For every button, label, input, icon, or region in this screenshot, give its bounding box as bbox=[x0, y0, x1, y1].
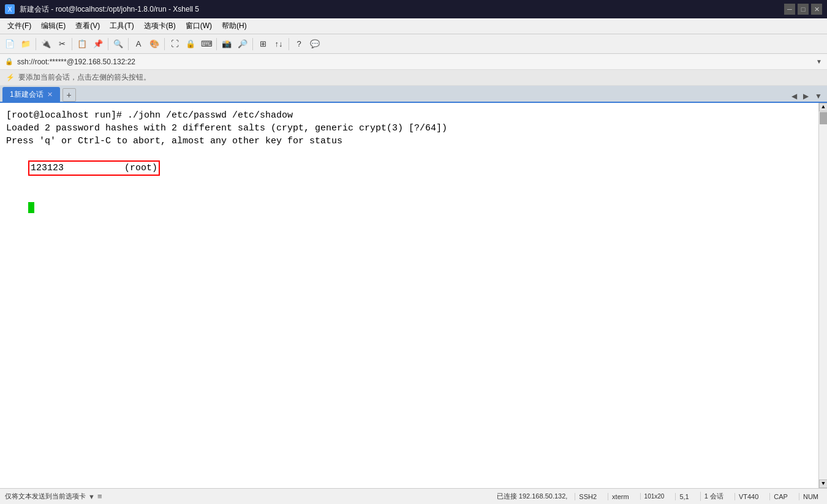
tab-nav-left[interactable]: ◀ bbox=[789, 91, 799, 102]
terminal-line-4: 123123 (root) bbox=[6, 148, 821, 189]
address-dropdown-icon[interactable]: ▼ bbox=[816, 58, 822, 65]
status-bar-right: 已连接 192.168.50.132, SSH2 xterm 101x20 5,… bbox=[497, 492, 822, 501]
terminal-type: xterm bbox=[608, 493, 633, 500]
terminal-cursor bbox=[28, 202, 34, 213]
tab-nav-right[interactable]: ▶ bbox=[801, 91, 811, 102]
session-count: 1 会话 bbox=[700, 492, 727, 501]
highlighted-password-line: 123123 (root) bbox=[28, 160, 160, 176]
toolbar-disconnect[interactable]: ✂ bbox=[55, 37, 69, 51]
toolbar-copy[interactable]: 📋 bbox=[75, 37, 89, 51]
toolbar-paste[interactable]: 📌 bbox=[91, 37, 105, 51]
ssh-version: SSH2 bbox=[575, 493, 600, 500]
terminal-cursor-line bbox=[6, 189, 821, 227]
toolbar-new[interactable]: 📄 bbox=[2, 37, 17, 51]
toolbar-transfer[interactable]: ↑↓ bbox=[271, 37, 286, 51]
terminal-area[interactable]: [root@localhost run]# ./john /etc/passwd… bbox=[0, 103, 827, 488]
menu-help[interactable]: 帮助(H) bbox=[217, 19, 252, 33]
scrollbar-thumb[interactable] bbox=[820, 112, 827, 124]
caps-lock-indicator: CAP bbox=[769, 493, 791, 500]
menu-edit[interactable]: 编辑(E) bbox=[36, 19, 70, 33]
app-icon: X bbox=[5, 4, 15, 14]
toolbar-sep-3 bbox=[108, 38, 108, 50]
menu-file[interactable]: 文件(F) bbox=[2, 19, 36, 33]
title-bar-left: X 新建会话 - root@localhost:/opt/john-1.8.0/… bbox=[5, 4, 199, 15]
tab-close-button[interactable]: ✕ bbox=[47, 91, 53, 99]
menu-view[interactable]: 查看(V) bbox=[70, 19, 105, 33]
toolbar-color[interactable]: 🎨 bbox=[147, 37, 162, 51]
tab-bar: 1新建会话 ✕ + ◀ ▶ ▼ bbox=[0, 86, 827, 103]
menu-bar: 文件(F) 编辑(E) 查看(V) 工具(T) 选项卡(B) 窗口(W) 帮助(… bbox=[0, 18, 827, 34]
toolbar-help[interactable]: ? bbox=[292, 37, 306, 51]
toolbar-sep-5 bbox=[164, 38, 165, 50]
menu-window[interactable]: 窗口(W) bbox=[181, 19, 217, 33]
scrollbar-down-arrow[interactable]: ▼ bbox=[819, 480, 827, 488]
toolbar-sep-4 bbox=[128, 38, 129, 50]
num-lock-indicator: NUM bbox=[799, 493, 822, 500]
minimize-button[interactable]: ─ bbox=[784, 4, 795, 15]
toolbar-lock[interactable]: 🔒 bbox=[183, 37, 198, 51]
toolbar-zoom-in[interactable]: 🔎 bbox=[235, 37, 250, 51]
title-bar: X 新建会话 - root@localhost:/opt/john-1.8.0/… bbox=[0, 0, 827, 18]
toolbar-sep-7 bbox=[252, 38, 253, 50]
toolbar-find[interactable]: 🔍 bbox=[111, 37, 126, 51]
lock-icon: 🔒 bbox=[5, 58, 13, 66]
menu-tools[interactable]: 工具(T) bbox=[105, 19, 138, 33]
tab-navigation: ◀ ▶ ▼ bbox=[789, 91, 825, 102]
status-input-label: 仅将文本发送到当前选项卡 bbox=[5, 492, 86, 501]
toolbar-sep-1 bbox=[36, 38, 36, 50]
close-button[interactable]: ✕ bbox=[811, 4, 822, 15]
menu-tabs[interactable]: 选项卡(B) bbox=[139, 19, 181, 33]
scrollbar-up-arrow[interactable]: ▲ bbox=[819, 103, 827, 111]
toolbar-print-screen[interactable]: 📸 bbox=[219, 37, 234, 51]
keyboard-mode: VT440 bbox=[734, 493, 762, 500]
tab-nav-menu[interactable]: ▼ bbox=[812, 91, 825, 102]
status-bar-menu-button[interactable]: ≡ bbox=[97, 492, 102, 501]
toolbar-comment[interactable]: 💬 bbox=[308, 37, 322, 51]
info-bar-text: 要添加当前会话，点击左侧的箭头按钮。 bbox=[18, 72, 151, 83]
terminal-line-3: Press 'q' or Ctrl-C to abort, almost any… bbox=[6, 135, 821, 148]
toolbar-sep-8 bbox=[289, 38, 289, 50]
address-bar: 🔒 ssh://root:******@192.168.50.132:22 ▼ bbox=[0, 54, 827, 70]
tab-session-1[interactable]: 1新建会话 ✕ bbox=[2, 87, 60, 102]
toolbar-connect[interactable]: 🔌 bbox=[39, 37, 53, 51]
cursor-position: 5,1 bbox=[675, 493, 692, 500]
tab-label: 1新建会话 bbox=[10, 89, 43, 100]
terminal-line-2: Loaded 2 password hashes with 2 differen… bbox=[6, 122, 821, 135]
maximize-button[interactable]: □ bbox=[798, 4, 809, 15]
toolbar-font[interactable]: A bbox=[131, 37, 146, 51]
title-bar-text: 新建会话 - root@localhost:/opt/john-1.8.0/ru… bbox=[20, 4, 199, 15]
info-bar: ⚡ 要添加当前会话，点击左侧的箭头按钮。 bbox=[0, 70, 827, 86]
toolbar-sep-2 bbox=[72, 38, 72, 50]
toolbar-sep-6 bbox=[216, 38, 217, 50]
terminal-dimensions: 101x20 bbox=[640, 493, 668, 500]
title-bar-controls: ─ □ ✕ bbox=[784, 4, 822, 15]
terminal-scrollbar[interactable]: ▲ ▼ bbox=[818, 103, 827, 488]
toolbar-keyboard[interactable]: ⌨ bbox=[199, 37, 214, 51]
toolbar-fullscreen[interactable]: ⛶ bbox=[167, 37, 182, 51]
toolbar-layout[interactable]: ⊞ bbox=[255, 37, 270, 51]
tab-add-button[interactable]: + bbox=[62, 88, 76, 102]
toolbar-open[interactable]: 📁 bbox=[18, 37, 33, 51]
info-icon: ⚡ bbox=[6, 73, 15, 81]
terminal-line-1: [root@localhost run]# ./john /etc/passwd… bbox=[6, 109, 821, 122]
address-text: ssh://root:******@192.168.50.132:22 bbox=[17, 58, 135, 66]
status-bar: 仅将文本发送到当前选项卡 ▼ ≡ 已连接 192.168.50.132, SSH… bbox=[0, 488, 827, 504]
toolbar: 📄 📁 🔌 ✂ 📋 📌 🔍 A 🎨 ⛶ 🔒 ⌨ 📸 🔎 ⊞ ↑↓ ? 💬 bbox=[0, 34, 827, 54]
status-bar-arrow[interactable]: ▼ bbox=[88, 493, 95, 500]
connection-status: 已连接 192.168.50.132, bbox=[497, 492, 568, 501]
